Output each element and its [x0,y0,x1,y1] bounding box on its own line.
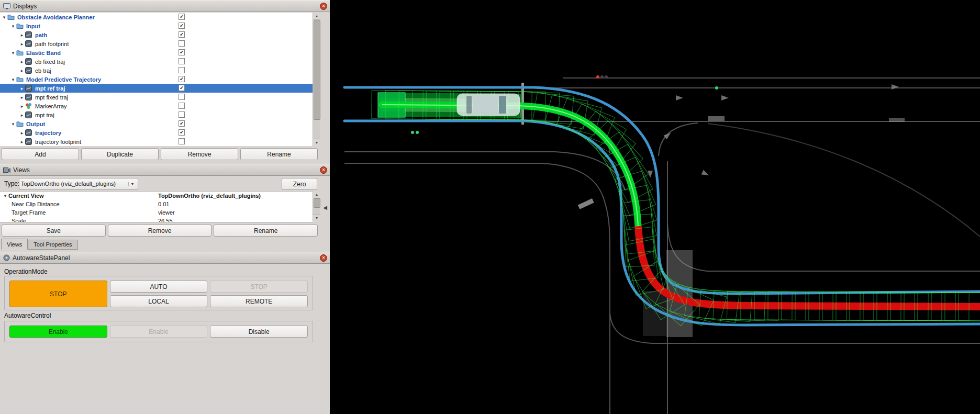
display-checkbox[interactable] [179,23,185,29]
state-close-button[interactable] [320,254,327,262]
expand-arrow-icon[interactable] [19,32,25,38]
displays-rename-button[interactable]: Rename [240,148,318,160]
operation-mode-local-button[interactable]: LOCAL [110,295,208,307]
displays-duplicate-button[interactable]: Duplicate [81,148,159,160]
dock-splitter-handle[interactable] [321,204,329,212]
displays-close-button[interactable] [320,3,327,10]
display-checkbox[interactable] [179,40,185,47]
view-property-row[interactable]: Target Frameviewer [0,208,313,217]
scroll-up-icon[interactable] [313,191,320,198]
display-checkbox[interactable] [179,138,185,144]
collapse-arrow-icon[interactable] [10,77,16,82]
autoware-control-enable-button-indicator[interactable]: Enable [9,326,107,338]
display-label: mpt traj [35,112,54,118]
display-icon [25,40,34,47]
view-property-row[interactable]: Scale26.55 [0,217,313,222]
views-remove-button[interactable]: Remove [108,225,212,237]
display-checkbox[interactable] [179,14,185,20]
display-tree-item[interactable]: Output [0,119,313,128]
display-tree-item[interactable]: Obstacle Avoidance Planner [0,13,313,21]
display-tree-item[interactable]: Input [0,21,313,30]
map-render [330,0,980,414]
display-tree-item[interactable]: mpt fixed traj [0,93,313,102]
display-checkbox[interactable] [179,31,185,38]
autoware-control-label: AutowareControl [4,312,51,319]
display-tree-item[interactable]: eb fixed traj [0,57,313,66]
collapse-arrow-icon[interactable] [10,50,16,55]
display-label: path footprint [35,41,69,47]
collapse-arrow-icon[interactable] [10,24,16,29]
tab-tool-properties[interactable]: Tool Properties [28,240,77,250]
3d-viewport[interactable] [330,0,980,414]
display-tree-item[interactable]: Elastic Band [0,48,313,57]
display-checkbox[interactable] [179,76,185,82]
ego-vehicle [457,94,520,116]
expand-arrow-icon[interactable] [19,68,25,73]
expand-arrow-icon[interactable] [19,59,25,64]
collapse-arrow-icon[interactable] [1,15,7,20]
property-name-text: Target Frame [12,209,46,216]
collapse-arrow-icon[interactable] [2,193,8,198]
views-close-button[interactable] [320,166,327,174]
display-label: path [35,32,47,38]
display-checkbox[interactable] [179,49,185,55]
expand-arrow-icon[interactable] [19,104,25,109]
view-type-combobox[interactable]: TopDownOrtho (rviz_default_plugins) [19,178,138,189]
expand-arrow-icon[interactable] [19,41,25,47]
operation-mode-stop-indicator[interactable]: STOP [9,281,107,307]
operation-mode-auto-button[interactable]: AUTO [110,281,208,293]
displays-panel-icon [3,3,10,9]
display-checkbox[interactable] [179,58,185,64]
expand-arrow-icon[interactable] [19,86,25,91]
displays-add-button[interactable]: Add [2,148,79,160]
marker-array-icon [25,103,34,109]
display-tree-item[interactable]: mpt traj [0,110,313,119]
property-value[interactable]: TopDownOrtho (rviz_default_plugins) [158,193,313,199]
displays-remove-button[interactable]: Remove [161,148,238,160]
display-icon [25,58,34,65]
autoware-control-disable-button[interactable]: Disable [210,326,308,338]
tab-views[interactable]: Views [1,239,28,250]
display-checkbox[interactable] [179,94,185,100]
views-scrollbar[interactable] [313,191,320,221]
display-tree-item[interactable]: mpt ref traj [0,84,313,93]
displays-scrollbar[interactable] [313,13,320,146]
display-checkbox[interactable] [179,67,185,73]
collapse-arrow-icon[interactable] [10,121,16,127]
expand-arrow-icon[interactable] [19,95,25,100]
expand-arrow-icon[interactable] [19,113,25,118]
display-checkbox[interactable] [179,129,185,136]
displays-titlebar[interactable]: Displays [0,0,330,12]
expand-arrow-icon[interactable] [19,130,25,136]
property-value[interactable]: viewer [158,209,313,216]
display-tree-item[interactable]: path [0,30,313,39]
display-tree-item[interactable]: MarkerArray [0,102,313,110]
property-name-text: Near Clip Distance [12,201,60,207]
scroll-up-icon[interactable] [313,13,320,20]
expand-arrow-icon[interactable] [19,139,25,144]
views-rename-button[interactable]: Rename [214,225,318,237]
scroll-down-icon[interactable] [313,139,320,146]
property-value[interactable]: 0.01 [158,201,313,207]
view-property-row[interactable]: Current ViewTopDownOrtho (rviz_default_p… [0,192,313,200]
display-checkbox[interactable] [179,111,185,118]
view-property-row[interactable]: Near Clip Distance0.01 [0,200,313,208]
display-checkbox[interactable] [179,85,185,91]
state-titlebar[interactable]: AutowareStatePanel [0,252,330,264]
display-tree-item[interactable]: trajectory footprint [0,137,313,146]
display-tree-item[interactable]: eb traj [0,66,313,75]
operation-mode-remote-button[interactable]: REMOTE [210,295,308,307]
display-tree-item[interactable]: trajectory [0,128,313,137]
scrollbar-thumb[interactable] [314,198,320,208]
display-tree-item[interactable]: path footprint [0,39,313,48]
scroll-down-icon[interactable] [313,214,320,221]
property-value[interactable]: 26.55 [158,218,313,222]
views-titlebar[interactable]: Views [0,164,330,176]
display-tree-item[interactable]: Model Predictive Trajectory [0,75,313,84]
scrollbar-thumb[interactable] [314,20,320,120]
views-save-button[interactable]: Save [2,225,106,237]
display-checkbox[interactable] [179,103,185,109]
views-button-row: SaveRemoveRename [2,225,318,237]
display-checkbox[interactable] [179,120,185,127]
zero-button[interactable]: Zero [282,178,317,190]
